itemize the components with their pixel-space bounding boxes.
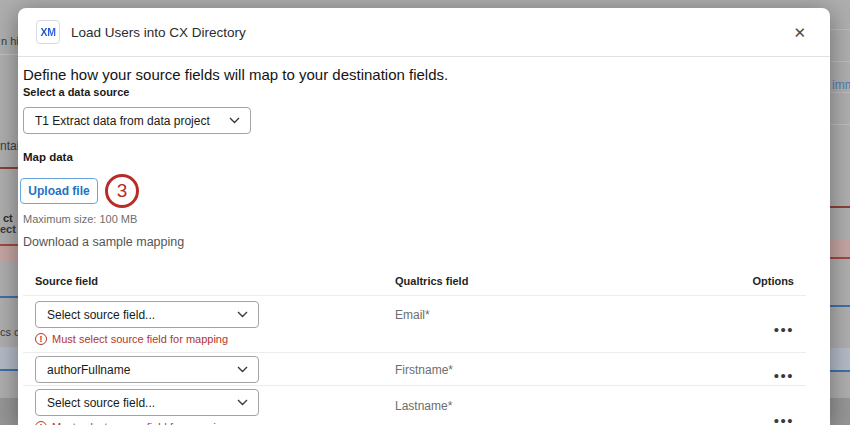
table-header-row: Source field Qualtrics field Options [23,267,806,296]
data-source-selected-value: T1 Extract data from data project [35,114,210,128]
bg-divider [0,54,18,55]
header-qualtrics-field: Qualtrics field [395,275,722,287]
bg-text-fragment: cs c [0,326,20,338]
alert-icon: ! [35,333,47,345]
header-options: Options [722,275,794,287]
upload-row: Upload file 3 [23,176,806,206]
row-options-ellipsis-icon[interactable]: ••• [774,401,794,425]
source-field-select[interactable]: Select source field... [35,389,259,416]
source-field-value: Select source field... [47,308,155,322]
qualtrics-field-label: Firstname* [395,353,722,386]
bg-text-fragment: ntai [0,139,19,153]
error-message: Must select source field for mapping [52,421,228,425]
bg-highlight-band [0,244,18,261]
download-sample-mapping-link[interactable]: Download a sample mapping [23,235,184,249]
bg-blue-divider [0,296,18,298]
validation-error: ! Must select source field for mapping [35,421,395,425]
step-annotation: 3 [105,174,139,208]
load-users-dialog: XM Load Users into CX Directory ✕ Define… [18,8,830,425]
bg-blue-divider [830,305,850,307]
data-source-select[interactable]: T1 Extract data from data project [23,107,251,134]
intro-text: Define how your source fields will map t… [23,66,806,83]
max-size-note: Maximum size: 100 MB [23,213,806,225]
dialog-header: XM Load Users into CX Directory ✕ [18,8,830,57]
mapping-table: Source field Qualtrics field Options Sel… [23,267,806,425]
upload-file-button[interactable]: Upload file [20,178,98,204]
xm-logo: XM [36,20,60,44]
bg-red-divider [0,167,18,169]
table-row: Select source field... ! Must select sou… [23,296,806,353]
bg-selected-row-band [830,348,850,372]
bg-divider [830,61,850,62]
source-field-select[interactable]: authorFullname [35,356,259,383]
bg-divider [830,29,850,30]
bg-divider [830,92,850,93]
bg-selected-row-band [0,347,18,371]
header-source-field: Source field [35,275,395,287]
qualtrics-field-label: Lastname* [395,386,722,425]
source-field-value: authorFullname [47,363,130,377]
bg-divider [830,124,850,125]
row-options-ellipsis-icon[interactable]: ••• [774,307,794,352]
alert-icon: ! [35,421,47,425]
bg-text-fragment: ect [0,223,16,235]
source-field-select[interactable]: Select source field... [35,301,259,328]
bg-footer-band [830,398,850,425]
dialog-body: Define how your source fields will map t… [18,57,830,425]
data-source-label: Select a data source [23,86,806,98]
table-row: Select source field... ! Must select sou… [23,386,806,425]
chevron-down-icon [237,366,248,373]
bg-highlight-band [830,239,850,259]
table-row: authorFullname Firstname* ••• [23,353,806,386]
qualtrics-field-label: Email* [395,296,722,352]
dialog-title: Load Users into CX Directory [71,25,246,40]
chevron-down-icon [229,117,240,124]
validation-error: ! Must select source field for mapping [35,333,395,345]
error-message: Must select source field for mapping [52,333,228,345]
chevron-down-icon [237,311,248,318]
bg-link-fragment: imm [832,78,850,92]
map-data-label: Map data [23,151,806,163]
source-field-value: Select source field... [47,396,155,410]
bg-footer-band [0,398,18,425]
close-icon[interactable]: ✕ [789,21,810,44]
row-options-ellipsis-icon[interactable]: ••• [774,365,794,386]
bg-red-divider [830,206,850,208]
chevron-down-icon [237,399,248,406]
